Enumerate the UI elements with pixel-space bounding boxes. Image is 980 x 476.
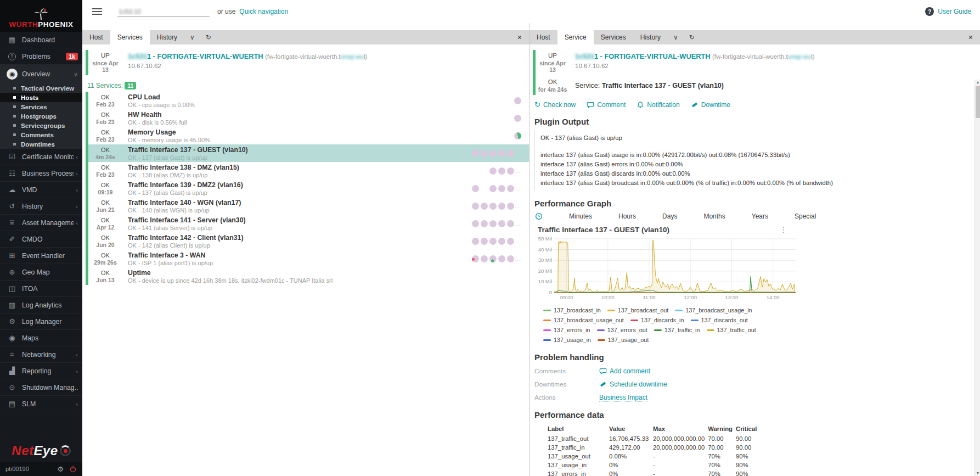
action-add-comment[interactable]: Add comment (599, 367, 650, 375)
tab-refresh-icon[interactable]: ↻ (200, 30, 217, 44)
sidebar-item-cmdo[interactable]: ✐CMDO (0, 231, 82, 248)
scroll-up-icon[interactable]: ▲ (975, 80, 980, 85)
sidebar-item-slm[interactable]: ▤SLM‹ (0, 396, 82, 412)
action-notification[interactable]: Notification (637, 101, 679, 109)
services-panel-tab-history[interactable]: History (150, 30, 184, 44)
action-schedule-downtime[interactable]: Schedule downtime (599, 380, 667, 388)
sidebar-item-hosts[interactable]: Hosts (0, 93, 82, 102)
perf-data-row: 137_traffic_out16,706,475.3320,000,000,0… (534, 434, 762, 443)
action-downtime[interactable]: Downtime (691, 101, 730, 109)
legend-item[interactable]: 137_traffic_in (654, 327, 700, 333)
sidebar-item-maps[interactable]: ◉Maps (0, 330, 82, 346)
action-check-now[interactable]: ↻Check now (534, 100, 576, 109)
perf-dot-icon (514, 97, 521, 104)
detail-panel-tab-services[interactable]: Services (594, 30, 633, 44)
tab-close-icon[interactable]: × (961, 30, 980, 44)
sidebar-item-dashboard[interactable]: ▦Dashboard (0, 32, 82, 48)
search-input[interactable] (117, 7, 210, 17)
service-row[interactable]: OK4m 24sTraffic Interface 137 - GUEST (v… (86, 144, 529, 162)
legend-item[interactable]: 137_errors_out (597, 327, 647, 333)
sidebar-item-reporting[interactable]: ▟Reporting‹ (0, 363, 82, 379)
tab-dropdown-chevron-icon[interactable]: ∨ (184, 30, 200, 44)
quick-navigation-link[interactable]: Quick navigation (239, 8, 288, 15)
service-row[interactable]: OKJun 13UptimeOK - device is up since 42… (86, 267, 529, 285)
sidebar-item-log-manager[interactable]: ⚙Log Manager (0, 313, 82, 330)
service-row[interactable]: OK29m 26sTraffic Interface 3 - WANOK - I… (86, 250, 529, 267)
service-row[interactable]: OKJun 21Traffic Interface 140 - WGN (vla… (86, 197, 529, 215)
sidebar-item-itoa[interactable]: ◫ITOA (0, 281, 82, 297)
legend-item[interactable]: 137_broadcast_usage_out (543, 317, 624, 323)
legend-item[interactable]: 137_broadcast_out (607, 307, 668, 313)
range-tab-hours[interactable]: Hours (618, 212, 636, 220)
service-name: Traffic Interface 137 - GUEST (vlan10) (128, 146, 248, 154)
services-panel-tab-host[interactable]: Host (82, 30, 110, 44)
sidebar-item-servicegroups[interactable]: Servicegroups (0, 121, 82, 130)
service-row[interactable]: OK09:19Traffic Interface 139 - DMZ2 (vla… (86, 180, 529, 197)
sidebar-item-networking[interactable]: ⌗Networking‹ (0, 346, 82, 363)
legend-item[interactable]: 137_errors_in (543, 327, 590, 333)
sidebar-item-services[interactable]: Services (0, 102, 82, 111)
sidebar-item-hostgroups[interactable]: Hostgroups (0, 111, 82, 121)
detail-panel-tab-service[interactable]: Service (557, 30, 594, 44)
neteye-logo-eye: Eye (33, 443, 58, 458)
menu-hamburger-icon[interactable] (92, 7, 102, 16)
legend-item[interactable]: 137_usage_in (543, 337, 591, 343)
legend-item[interactable]: 137_broadcast_in (543, 307, 601, 313)
range-tab-days[interactable]: Days (662, 212, 677, 220)
tab-dropdown-chevron-icon[interactable]: ∨ (668, 30, 684, 44)
host-name-link[interactable]: 1c5311 - FORTIGATE-VIRTUAL-WUERTH (fw-fo… (575, 52, 815, 60)
sidebar-item-business-process[interactable]: ☷Business Process...‹ (0, 165, 82, 182)
sidebar-item-vmd[interactable]: ☁VMD‹ (0, 182, 82, 198)
range-tab-special[interactable]: Special (795, 212, 816, 220)
services-count-label[interactable]: 11 Services: (87, 82, 123, 89)
legend-item[interactable]: 137_traffic_out (707, 327, 756, 333)
tab-close-icon[interactable]: × (510, 30, 529, 44)
detail-panel-tab-history[interactable]: History (633, 30, 668, 44)
range-tab-minutes[interactable]: Minutes (569, 212, 592, 220)
range-tab-months[interactable]: Months (703, 212, 725, 220)
user-guide-link[interactable]: User Guide (938, 8, 971, 15)
sidebar-item-overview[interactable]: ◉Overview∨ (0, 65, 82, 83)
services-panel-tab-services[interactable]: Services (110, 30, 150, 44)
sidebar-item-comments[interactable]: Comments (0, 130, 82, 139)
kebab-menu-icon[interactable]: ⋮ (780, 226, 787, 234)
action-business-impact[interactable]: Business Impact (599, 394, 647, 402)
sidebar-item-downtimes[interactable]: Downtimes (0, 139, 82, 149)
sidebar-item-tactical-overview[interactable]: Tactical Overview (0, 83, 82, 93)
service-row[interactable]: OKJun 20Traffic Interface 142 - Client (… (86, 232, 529, 250)
traffic-chart[interactable]: 09:0010:0011:0012:0013:0014:00010 Mil20 … (534, 236, 801, 301)
sidebar-item-geo-map[interactable]: ⊕Geo Map (0, 264, 82, 281)
service-list: OKFeb 23CPU LoadOK - cpu usage is 0.00%O… (86, 92, 529, 285)
legend-item[interactable]: 137_usage_out (598, 337, 649, 343)
sidebar-item-certificate-monitoring[interactable]: ☑Certificate Monito...‹ (0, 149, 82, 165)
map-marker-icon: ◉ (7, 334, 18, 342)
sidebar-item-problems[interactable]: !Problems1k (0, 48, 82, 65)
sidebar-item-history[interactable]: ↺History‹ (0, 198, 82, 215)
settings-gear-icon[interactable]: ⚙ (57, 465, 64, 473)
sidebar-item-shutdown-manager[interactable]: ⊙Shutdown Manag... (0, 379, 82, 396)
svg-text:11:00: 11:00 (643, 294, 655, 300)
sidebar-item-asset-management[interactable]: ⌸Asset Management‹ (0, 215, 82, 231)
detail-panel-tab-host[interactable]: Host (530, 30, 557, 44)
service-row[interactable]: OKFeb 23CPU LoadOK - cpu usage is 0.00% (86, 92, 529, 109)
scrollbar-vertical[interactable]: ▲ ▼ (975, 80, 980, 476)
service-row[interactable]: OKApr 12Traffic Interface 141 - Server (… (86, 215, 529, 232)
tab-refresh-icon[interactable]: ↻ (684, 30, 700, 44)
legend-label: 137_traffic_in (664, 327, 700, 333)
legend-item[interactable]: 137_discards_in (630, 317, 684, 323)
action-comment[interactable]: Comment (587, 101, 626, 109)
range-tab-years[interactable]: Years (752, 212, 768, 220)
service-row[interactable]: OKFeb 23HW HealthOK - disk is 0.56% full (86, 109, 529, 127)
sidebar-item-log-analytics[interactable]: ▥Log Analytics (0, 297, 82, 313)
scroll-down-icon[interactable]: ▼ (975, 471, 980, 476)
legend-item[interactable]: 137_broadcast_usage_in (675, 307, 752, 313)
sidebar-item-event-handler[interactable]: ⊞Event Handler (0, 248, 82, 264)
legend-item[interactable]: 137_discards_out (691, 317, 748, 323)
service-row[interactable]: OKFeb 23Traffic Interface 138 - DMZ (vla… (86, 162, 529, 180)
service-row[interactable]: OKFeb 23Memory UsageOK - memory usage is… (86, 127, 529, 144)
wuerth-phoenix-logo[interactable]: WÜRTHPHOENIX (0, 0, 82, 32)
help-question-icon[interactable]: ? (925, 7, 934, 16)
host-name-link[interactable]: 1c5311 - FORTIGATE-VIRTUAL-WUERTH (fw-fo… (128, 52, 368, 60)
logout-power-icon[interactable] (69, 465, 77, 473)
scrollbar-thumb[interactable] (976, 86, 980, 118)
